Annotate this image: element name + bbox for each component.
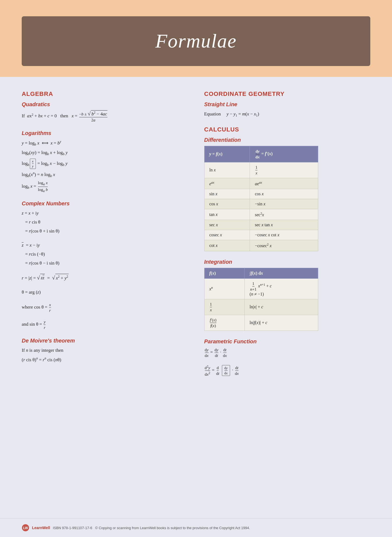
int-ifx: 1 n+1 xn+1 + c (n ≠ −1) xyxy=(245,278,318,299)
main-content: ALGEBRA Quadratics If ax2 + bx + c = 0 t… xyxy=(0,77,392,518)
logarithms-block: Logarithms y = logb x ⟺ x = by logb(xy) … xyxy=(22,130,188,193)
diff-col1-header: y = f(x) xyxy=(204,146,250,162)
complex-line8: θ = arg (z) xyxy=(22,288,188,296)
straight-line-formula: Equation y − y1 = m(x − x1) xyxy=(204,110,371,118)
integration-block: Integration f(x) ∫f(x) dx xn xyxy=(204,259,371,331)
parametric-block: Parametric Function dy dx = dy dt · dt d… xyxy=(204,338,371,377)
int-fx: f′(x) f(x) xyxy=(204,315,245,331)
table-row: sec x sec x tan x xyxy=(204,220,318,230)
complex-line1: z = x + iy xyxy=(22,209,188,217)
log-line1: y = logb x ⟺ x = by xyxy=(22,139,188,147)
table-row: 1 x ln|x| + c xyxy=(204,299,318,315)
calculus-heading: CALCULUS xyxy=(204,126,371,133)
diff-dfx: 1 x xyxy=(250,162,318,178)
table-row: f′(x) f(x) ln|f(x)| + c xyxy=(204,315,318,331)
page: Formulae ALGEBRA Quadratics If ax2 + bx … xyxy=(0,0,392,537)
table-row: cot x −cosec2 x xyxy=(204,240,318,251)
footer-brand: LearnWell xyxy=(32,526,50,530)
log-line3: logb x y = logb x − logb y xyxy=(22,159,188,169)
algebra-heading: ALGEBRA xyxy=(22,90,188,98)
diff-fx: sin x xyxy=(204,189,250,199)
quadratics-block: Quadratics If ax2 + bx + c = 0 then x = … xyxy=(22,101,188,123)
demoivre-line1: If n is any integer then xyxy=(22,347,188,354)
complex-line6: = r(cos θ − i sin θ) xyxy=(22,259,188,267)
integration-table: f(x) ∫f(x) dx xn 1 n+1 xyxy=(204,268,318,331)
quadratics-heading: Quadratics xyxy=(22,101,188,108)
demoivre-line2: (r cis θ)n = rn cis (nθ) xyxy=(22,356,188,363)
int-fx: 1 x xyxy=(204,299,245,315)
complex-line9: where cos θ = x r xyxy=(22,302,188,313)
table-row: eax aeax xyxy=(204,178,318,189)
footer-isbn: ISBN 978-1-991107-17-6 © Copying or scan… xyxy=(53,526,250,530)
parametric-line2: d2y dx2 = d dt dy dx · xyxy=(204,365,371,377)
complex-line2: = r cis θ xyxy=(22,218,188,226)
diff-dfx: sec2x xyxy=(250,209,318,220)
diff-fx: cosec x xyxy=(204,230,250,240)
diff-fx: eax xyxy=(204,178,250,189)
complex-numbers-block: Complex Numbers z = x + iy = r cis θ = r… xyxy=(22,200,188,330)
int-ifx: ln|x| + c xyxy=(245,299,318,315)
header-area: Formulae xyxy=(0,0,392,77)
diff-fx: cot x xyxy=(204,240,250,251)
diff-dfx: −cosec2 x xyxy=(250,240,318,251)
complex-line4: z = x − iy xyxy=(22,241,188,249)
int-col1-header: f(x) xyxy=(204,268,245,278)
logarithms-heading: Logarithms xyxy=(22,130,188,136)
complex-heading: Complex Numbers xyxy=(22,200,188,207)
straight-line-heading: Straight Line xyxy=(204,101,371,108)
diff-fx: ln x xyxy=(204,162,250,178)
diff-dfx: −sin x xyxy=(250,199,318,209)
complex-line7: r = |z| = √zz = √x2 + y2 xyxy=(22,273,188,282)
table-row: cosec x −cosec x cot x xyxy=(204,230,318,240)
diff-dfx: sec x tan x xyxy=(250,220,318,230)
complex-line10: and sin θ = y r xyxy=(22,319,188,330)
log-line5: logb x = loga x loga b xyxy=(22,180,188,193)
differentiation-heading: Differentiation xyxy=(204,137,371,143)
integration-heading: Integration xyxy=(204,259,371,265)
title-box: Formulae xyxy=(22,16,370,66)
complex-line5: = rcis (−θ) xyxy=(22,250,188,258)
int-fx: xn xyxy=(204,278,245,299)
straight-line-block: Straight Line Equation y − y1 = m(x − x1… xyxy=(204,101,371,118)
int-ifx: ln|f(x)| + c xyxy=(245,315,318,331)
table-row: xn 1 n+1 xn+1 + c (n ≠ −1) xyxy=(204,278,318,299)
learnwell-logo-icon: LW xyxy=(22,524,29,532)
page-title: Formulae xyxy=(27,30,365,52)
diff-fx: tan x xyxy=(204,209,250,220)
demoivre-heading: De Moivre's theorem xyxy=(22,338,188,344)
diff-dfx: −cosec x cot x xyxy=(250,230,318,240)
parametric-heading: Parametric Function xyxy=(204,338,371,345)
parametric-line1: dy dx = dy dt · dt dx xyxy=(204,347,371,358)
demoivre-block: De Moivre's theorem If n is any integer … xyxy=(22,338,188,363)
log-line2: logb(xy) = logb x + logb y xyxy=(22,149,188,157)
svg-text:LW: LW xyxy=(23,526,28,530)
footer: LW LearnWell ISBN 978-1-991107-17-6 © Co… xyxy=(0,518,392,537)
int-col2-header: ∫f(x) dx xyxy=(245,268,318,278)
complex-line3: = r(cos θ + i sin θ) xyxy=(22,227,188,235)
quadratics-formula: If ax2 + bx + c = 0 then x = −b ± √b2 − … xyxy=(22,110,188,123)
table-row: ln x 1 x xyxy=(204,162,318,178)
table-row: sin x cos x xyxy=(204,189,318,199)
diff-col2-header: dy dx = f′(x) xyxy=(250,146,318,162)
diff-fx: cos x xyxy=(204,199,250,209)
table-row: tan x sec2x xyxy=(204,209,318,220)
right-column: COORDINATE GEOMETRY Straight Line Equati… xyxy=(204,90,371,507)
log-line4: logb(xn) = n logb x xyxy=(22,171,188,179)
table-row: cos x −sin x xyxy=(204,199,318,209)
coord-geom-heading: COORDINATE GEOMETRY xyxy=(204,90,371,98)
diff-dfx: cos x xyxy=(250,189,318,199)
diff-dfx: aeax xyxy=(250,178,318,189)
differentiation-table: y = f(x) dy dx = f′(x) xyxy=(204,146,318,251)
left-column: ALGEBRA Quadratics If ax2 + bx + c = 0 t… xyxy=(22,90,188,507)
differentiation-block: Differentiation y = f(x) dy dx xyxy=(204,137,371,251)
diff-fx: sec x xyxy=(204,220,250,230)
